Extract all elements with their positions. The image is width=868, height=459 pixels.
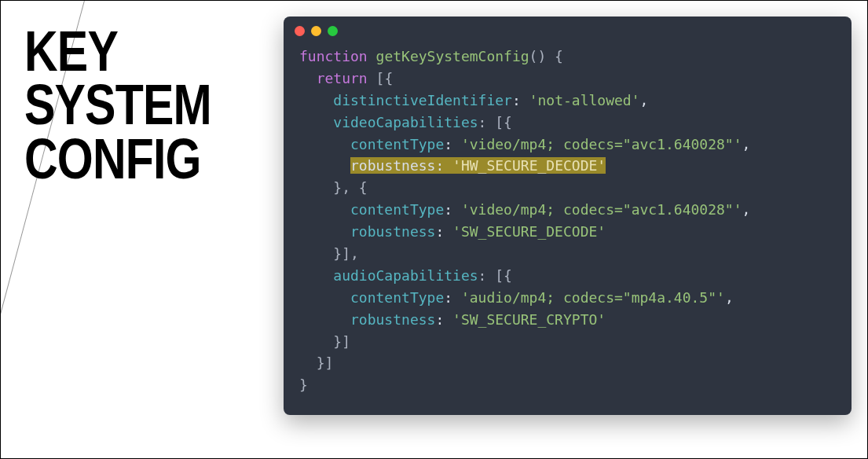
code-text: }] [299, 354, 333, 371]
minimize-icon [311, 26, 321, 36]
property-key: distinctiveIdentifier [299, 92, 512, 108]
right-panel: function getKeySystemConfig() { return [… [276, 1, 867, 458]
highlighted-line: robustness: 'HW_SECURE_DECODE' [350, 157, 606, 174]
code-text: : [435, 157, 452, 174]
window-controls [284, 17, 852, 42]
code-text: () { [529, 48, 563, 64]
string-value: 'SW_SECURE_DECODE' [452, 223, 606, 240]
code-text: }], [299, 245, 359, 262]
string-value: 'not-allowed' [529, 92, 640, 108]
code-text: : [444, 136, 461, 152]
property-key: robustness [299, 311, 435, 328]
string-value: 'video/mp4; codecs="avc1.640028"' [461, 201, 742, 218]
code-text: }, { [299, 179, 368, 196]
code-text: : [435, 311, 452, 328]
code-text: [{ [368, 70, 394, 86]
keyword-return: return [299, 70, 368, 86]
maximize-icon [328, 26, 338, 36]
code-text: }] [299, 333, 350, 350]
function-name: getKeySystemConfig [368, 48, 529, 64]
string-value: 'video/mp4; codecs="avc1.640028"' [461, 136, 742, 152]
code-body: function getKeySystemConfig() { return [… [284, 42, 852, 415]
code-text: : [512, 92, 529, 108]
code-text: : [{ [478, 267, 512, 284]
code-text [299, 157, 350, 174]
keyword-function: function [299, 48, 368, 64]
code-text: , [725, 289, 734, 306]
string-value: 'HW_SECURE_DECODE' [452, 157, 606, 174]
code-text: : [435, 223, 452, 240]
code-text: , [742, 136, 751, 152]
property-key: robustness [299, 223, 435, 240]
property-key: contentType [299, 201, 444, 218]
left-panel: KEY SYSTEMCONFIG [1, 1, 276, 458]
string-value: 'audio/mp4; codecs="mp4a.40.5"' [461, 289, 725, 306]
slide: KEY SYSTEMCONFIG function getKeySystemCo… [1, 1, 867, 458]
property-key: contentType [299, 136, 444, 152]
code-text: : [444, 289, 461, 306]
code-text: : [444, 201, 461, 218]
property-key: videoCapabilities [299, 114, 478, 130]
property-key: audioCapabilities [299, 267, 478, 284]
title-text: KEY SYSTEMCONFIG [24, 20, 211, 190]
string-value: 'SW_SECURE_CRYPTO' [452, 311, 606, 328]
code-text: } [299, 376, 308, 393]
property-key: contentType [299, 289, 444, 306]
code-text: , [742, 201, 751, 218]
code-text: , [640, 92, 649, 108]
close-icon [295, 26, 305, 36]
slide-title: KEY SYSTEMCONFIG [24, 24, 230, 185]
code-window: function getKeySystemConfig() { return [… [284, 17, 852, 415]
property-key: robustness [350, 157, 435, 174]
code-text: : [{ [478, 114, 512, 130]
